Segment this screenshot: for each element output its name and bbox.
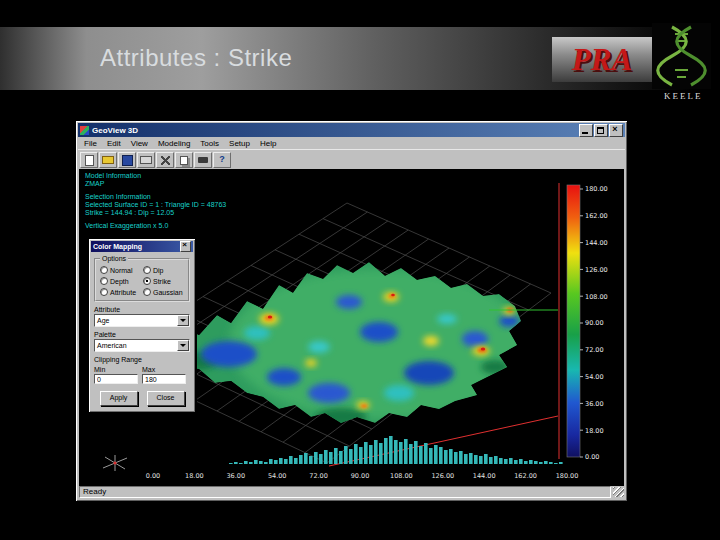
histogram-bar xyxy=(364,442,368,464)
histogram-bar xyxy=(429,448,433,464)
minimize-button[interactable] xyxy=(579,124,593,137)
model-info-value: ZMAP xyxy=(85,180,226,188)
radio-depth[interactable]: Depth xyxy=(100,277,143,285)
chevron-down-icon[interactable] xyxy=(177,315,189,326)
dialog-close-button[interactable] xyxy=(180,241,191,252)
histogram-bar xyxy=(489,457,493,464)
radio-normal[interactable]: Normal xyxy=(100,266,143,274)
histogram-bar xyxy=(259,461,263,464)
colorbar-label: 36.00 xyxy=(585,400,604,408)
resize-grip[interactable] xyxy=(613,487,624,497)
histogram-bar xyxy=(454,452,458,464)
histogram-bar xyxy=(384,438,388,464)
radio-gaussian[interactable]: Gaussian xyxy=(143,288,186,296)
max-label: Max xyxy=(142,366,190,373)
histogram-bar xyxy=(324,450,328,464)
radio-strike[interactable]: Strike xyxy=(143,277,186,285)
help-button[interactable] xyxy=(213,152,231,168)
histogram-bar xyxy=(239,463,243,464)
status-bar: Ready xyxy=(79,486,624,498)
print-button[interactable] xyxy=(137,152,155,168)
menu-bar: FileEditViewModelingToolsSetupHelp xyxy=(78,137,625,149)
cut-button[interactable] xyxy=(156,152,174,168)
histogram-bar xyxy=(474,455,478,464)
colorbar xyxy=(567,185,580,457)
palette-select[interactable]: American xyxy=(94,339,190,352)
save-button[interactable] xyxy=(118,152,136,168)
menu-item-edit[interactable]: Edit xyxy=(102,139,126,148)
selection-info-title: Selection Information xyxy=(85,193,226,201)
xaxis-label: 108.00 xyxy=(390,472,413,480)
open-button[interactable] xyxy=(99,152,117,168)
histogram-bar xyxy=(439,447,443,464)
help-icon xyxy=(218,156,227,165)
radio-attribute[interactable]: Attribute xyxy=(100,288,143,296)
histogram-bar xyxy=(269,459,273,464)
radio-label: Normal xyxy=(110,267,133,274)
dna-helix-icon xyxy=(652,23,711,89)
menu-item-setup[interactable]: Setup xyxy=(224,139,255,148)
histogram-bar xyxy=(394,440,398,464)
save-icon xyxy=(122,155,133,166)
histogram-bar xyxy=(539,462,543,464)
histogram-bar xyxy=(469,453,473,464)
histogram-bar xyxy=(479,456,483,464)
dialog-title: Color Mapping xyxy=(93,243,180,250)
radio-label: Attribute xyxy=(110,289,136,296)
pra-logo-text: PRA xyxy=(572,42,632,78)
app-icon xyxy=(80,126,89,135)
menu-item-help[interactable]: Help xyxy=(255,139,281,148)
selection-info-line1: Selected Surface ID = 1 : Triangle ID = … xyxy=(85,201,226,209)
close-button[interactable] xyxy=(609,124,623,137)
palette-label: Palette xyxy=(94,331,190,338)
menu-item-file[interactable]: File xyxy=(79,139,102,148)
menu-item-view[interactable]: View xyxy=(126,139,153,148)
histogram-bar xyxy=(444,450,448,464)
histogram-bar xyxy=(304,453,308,464)
chevron-down-icon[interactable] xyxy=(177,340,189,351)
max-input[interactable] xyxy=(142,374,186,384)
histogram-bar xyxy=(519,459,523,464)
camera-button[interactable] xyxy=(194,152,212,168)
min-input[interactable] xyxy=(94,374,138,384)
menu-item-modeling[interactable]: Modeling xyxy=(153,139,195,148)
histogram-bar xyxy=(514,460,518,464)
maximize-button[interactable] xyxy=(594,124,608,137)
radio-label: Dip xyxy=(153,267,164,274)
histogram-bar xyxy=(389,436,393,464)
radio-label: Depth xyxy=(110,278,129,285)
print-icon xyxy=(140,156,152,164)
histogram-bar xyxy=(419,446,423,464)
histogram-bar xyxy=(264,462,268,464)
apply-button[interactable]: Apply xyxy=(100,391,138,406)
camera-icon xyxy=(198,157,208,163)
xaxis-label: 162.00 xyxy=(514,472,537,480)
dialog-close-action-button[interactable]: Close xyxy=(147,391,185,406)
histogram-bar xyxy=(424,443,428,464)
histogram-bar xyxy=(509,458,513,464)
min-label: Min xyxy=(94,366,142,373)
colorbar-label: 90.00 xyxy=(585,319,604,327)
histogram-bar xyxy=(544,461,548,464)
vertical-exaggeration: Vertical Exaggeration x 5.0 xyxy=(85,222,226,230)
radio-circle-icon xyxy=(100,266,108,274)
histogram-bar xyxy=(309,456,313,464)
attribute-label: Attribute xyxy=(94,306,190,313)
bounding-box-edge-diagonal xyxy=(329,416,558,466)
attribute-select[interactable]: Age xyxy=(94,314,190,327)
histogram-bar xyxy=(369,445,373,464)
xaxis-label: 54.00 xyxy=(268,472,287,480)
histogram-bar xyxy=(534,461,538,464)
window-title-bar[interactable]: GeoView 3D xyxy=(78,123,625,137)
options-radio-grid: NormalDipDepthStrikeAttributeGaussian xyxy=(100,266,186,296)
slide-title: Attributes : Strike xyxy=(100,44,292,72)
new-button[interactable] xyxy=(80,152,98,168)
histogram-bar xyxy=(254,460,258,464)
copy-button[interactable] xyxy=(175,152,193,168)
radio-dip[interactable]: Dip xyxy=(143,266,186,274)
dialog-title-bar[interactable]: Color Mapping xyxy=(91,241,193,252)
histogram-bar xyxy=(289,456,293,464)
keele-wordmark: KEELE xyxy=(664,91,703,101)
histogram-bar xyxy=(354,444,358,464)
menu-item-tools[interactable]: Tools xyxy=(195,139,224,148)
